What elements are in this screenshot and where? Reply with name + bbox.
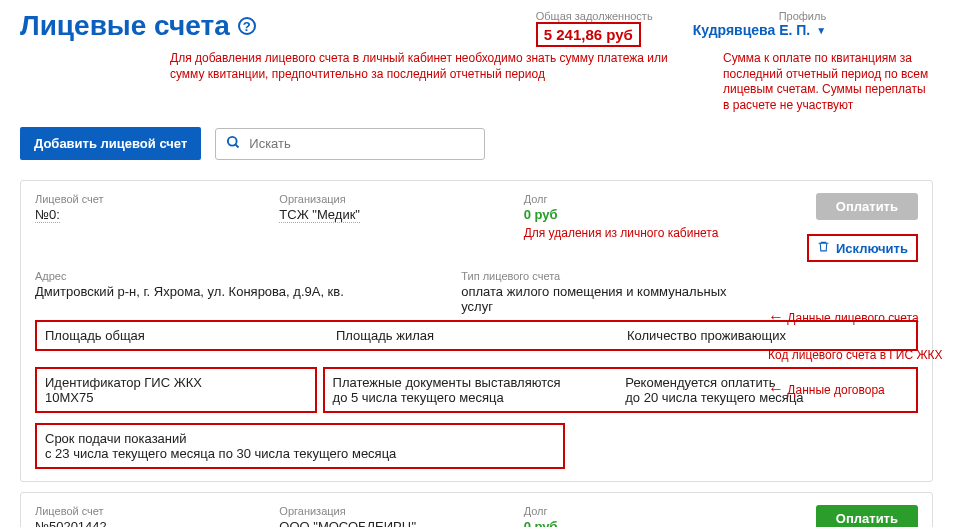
arrow-icon: ← bbox=[768, 380, 784, 397]
pay-button[interactable]: Оплатить bbox=[816, 505, 918, 527]
readings-box: Срок подачи показаний с 23 числа текущег… bbox=[35, 423, 565, 469]
gis-id-label: Идентификатор ГИС ЖКХ bbox=[45, 375, 307, 390]
org-label: Организация bbox=[279, 505, 515, 517]
org-value[interactable]: ТСЖ "Медик" bbox=[279, 207, 360, 223]
area-living-label: Площадь жилая bbox=[336, 328, 617, 343]
arrow-icon: ← bbox=[768, 308, 784, 325]
search-field[interactable] bbox=[215, 128, 485, 160]
annot-gis-code: Код лицевого счета в ГИС ЖКХ bbox=[768, 348, 953, 362]
docs-issued-label: Платежные документы выставляются bbox=[333, 375, 616, 390]
account-card: Лицевой счет №50201442 Организация ООО "… bbox=[20, 492, 933, 527]
debt-label: Долг bbox=[524, 505, 760, 517]
debt-value: 0 руб bbox=[524, 207, 760, 222]
delete-hint: Для удаления из личного кабинета bbox=[524, 226, 760, 240]
gis-id-value: 10МХ75 bbox=[45, 390, 307, 405]
add-account-hint: Для добавления лицевого счета в личный к… bbox=[170, 51, 703, 82]
account-number[interactable]: №0: bbox=[35, 207, 60, 223]
svg-line-1 bbox=[236, 144, 239, 147]
page-title-text: Лицевые счета bbox=[20, 10, 230, 42]
help-icon[interactable]: ? bbox=[238, 17, 256, 35]
area-total-label: Площадь общая bbox=[45, 328, 326, 343]
total-debt-label: Общая задолженность bbox=[536, 10, 653, 22]
search-icon bbox=[226, 135, 241, 153]
account-label: Лицевой счет bbox=[35, 505, 271, 517]
profile-name-text: Кудрявцева Е. П. bbox=[693, 22, 811, 38]
page-title: Лицевые счета ? bbox=[20, 10, 256, 42]
acct-type-label: Тип лицевого счета bbox=[461, 270, 760, 282]
debt-label: Долг bbox=[524, 193, 760, 205]
profile-dropdown[interactable]: Кудрявцева Е. П. ▼ bbox=[693, 22, 826, 38]
add-account-button[interactable]: Добавить лицевой счет bbox=[20, 127, 201, 160]
gis-id-box: Идентификатор ГИС ЖКХ 10МХ75 bbox=[35, 367, 317, 413]
org-label: Организация bbox=[279, 193, 515, 205]
total-debt-value: 5 241,86 руб bbox=[536, 22, 641, 47]
readings-label: Срок подачи показаний bbox=[45, 431, 555, 446]
acct-type-value: оплата жилого помещения и коммунальных у… bbox=[461, 284, 760, 314]
docs-issued-value: до 5 числа текущего месяца bbox=[333, 390, 616, 405]
org-value[interactable]: ООО "МОСОБЛЕИРЦ" bbox=[279, 519, 416, 527]
annot-contract-data: ← Данные договора bbox=[768, 380, 953, 398]
debt-value: 0 руб bbox=[524, 519, 760, 527]
account-label: Лицевой счет bbox=[35, 193, 271, 205]
search-input[interactable] bbox=[249, 136, 474, 151]
chevron-down-icon: ▼ bbox=[816, 25, 826, 36]
account-number[interactable]: №50201442 bbox=[35, 519, 107, 527]
profile-label: Профиль bbox=[693, 10, 826, 22]
annot-account-data: ← Данные лицевого счета bbox=[768, 308, 953, 326]
svg-point-0 bbox=[228, 137, 237, 146]
debt-hint: Сумма к оплате по квитанциям за последни… bbox=[723, 51, 933, 113]
readings-value: с 23 числа текущего месяца по 30 числа т… bbox=[45, 446, 555, 461]
address-label: Адрес bbox=[35, 270, 453, 282]
address-value: Дмитровский р-н, г. Яхрома, ул. Конярова… bbox=[35, 284, 453, 299]
